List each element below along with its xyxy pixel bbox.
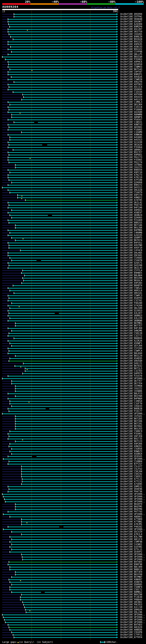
alignment-bar[interactable] bbox=[8, 177, 116, 178]
alignment-bar[interactable] bbox=[8, 29, 116, 30]
hit-label[interactable]: UniRef100_C1EIC8 bbox=[120, 106, 142, 108]
alignment-bar[interactable] bbox=[9, 34, 116, 35]
alignment-bar[interactable] bbox=[8, 526, 59, 527]
alignment-bar[interactable] bbox=[13, 39, 116, 40]
hit-label[interactable]: UniRef100_C5X685 bbox=[120, 256, 142, 259]
alignment-bar[interactable] bbox=[8, 147, 116, 148]
hit-label[interactable]: UniRef100_B9S3Z3 bbox=[120, 40, 142, 43]
hit-label[interactable]: UniRef100_Q6BKW8 bbox=[120, 319, 142, 322]
alignment-bar[interactable] bbox=[9, 436, 116, 437]
hit-label[interactable]: UniRef100_A9PA35 bbox=[120, 43, 142, 46]
alignment-bar[interactable] bbox=[22, 273, 116, 274]
alignment-bar[interactable] bbox=[8, 124, 116, 125]
alignment-bar[interactable] bbox=[9, 248, 116, 248]
hit-label[interactable]: UniRef100_B6QTM5 bbox=[120, 505, 142, 508]
hit-label[interactable]: UniRef100_Q6ZL42 bbox=[120, 201, 142, 204]
hit-label[interactable]: UniRef100_P0C953 bbox=[120, 603, 142, 606]
alignment-bar[interactable] bbox=[3, 529, 116, 530]
hit-label[interactable]: UniRef100_P25469 bbox=[120, 219, 142, 221]
hit-label[interactable]: UniRef100_Q2QS71 bbox=[120, 262, 142, 264]
alignment-bar[interactable] bbox=[15, 441, 116, 442]
alignment-bar[interactable] bbox=[8, 160, 116, 160]
alignment-bar[interactable] bbox=[8, 376, 116, 376]
alignment-bar[interactable] bbox=[22, 524, 116, 525]
alignment-bar[interactable] bbox=[10, 215, 48, 216]
hit-label[interactable]: UniRef100_C1EAM9 bbox=[120, 131, 142, 134]
alignment-bar[interactable] bbox=[4, 620, 116, 620]
alignment-bar[interactable] bbox=[9, 205, 116, 206]
hit-label[interactable]: UniRef100_Q9HGX4 bbox=[120, 608, 142, 611]
hit-label[interactable]: UniRef100_P16865 bbox=[120, 128, 142, 131]
alignment-bar[interactable] bbox=[41, 260, 116, 261]
alignment-bar[interactable] bbox=[13, 92, 116, 92]
alignment-bar[interactable] bbox=[22, 283, 116, 284]
alignment-bar[interactable] bbox=[8, 190, 116, 190]
hit-label[interactable]: UniRef100_C6TB05 bbox=[120, 164, 142, 166]
hit-label[interactable]: UniRef100_Q4N2M6 bbox=[120, 330, 142, 332]
alignment-bar[interactable] bbox=[8, 306, 116, 306]
alignment-bar[interactable] bbox=[9, 361, 116, 362]
hit-label[interactable]: UniRef100_Q2HU65 bbox=[120, 216, 142, 219]
hit-label[interactable]: UniRef100_P35065 bbox=[120, 158, 142, 161]
hit-label[interactable]: UniRef100_Q5KMT5 bbox=[120, 236, 142, 239]
hit-label[interactable]: UniRef100_A9PDD1 bbox=[120, 154, 142, 156]
hit-label[interactable]: UniRef100_P04736 bbox=[120, 490, 142, 493]
alignment-bar[interactable] bbox=[14, 122, 34, 123]
alignment-bar[interactable] bbox=[36, 456, 116, 457]
alignment-bar[interactable] bbox=[10, 537, 116, 537]
alignment-bar[interactable] bbox=[8, 624, 116, 625]
hit-label[interactable]: UniRef100_A8HWF6 bbox=[120, 116, 142, 118]
hit-label[interactable]: UniRef100_C6SWA6 bbox=[120, 390, 142, 392]
alignment-bar[interactable] bbox=[9, 627, 116, 628]
alignment-bar[interactable] bbox=[12, 114, 116, 115]
alignment-bar[interactable] bbox=[8, 230, 116, 231]
hit-label[interactable]: UniRef100_B8MNS2 bbox=[120, 591, 142, 593]
hit-label[interactable]: UniRef100_B9RF98 bbox=[120, 563, 142, 566]
alignment-bar[interactable] bbox=[8, 142, 116, 143]
alignment-bar[interactable] bbox=[9, 298, 116, 298]
alignment-bar[interactable] bbox=[3, 514, 116, 515]
alignment-bar[interactable] bbox=[9, 162, 116, 163]
hit-label[interactable]: UniRef100_A9U2Y0 bbox=[120, 81, 142, 83]
hit-label[interactable]: UniRef100_A0CD29 bbox=[120, 626, 142, 628]
hit-label[interactable]: UniRef100_B0XZ98 bbox=[120, 593, 142, 596]
alignment-bar[interactable] bbox=[8, 296, 116, 296]
hit-label[interactable]: UniRef100_UPI000.. bbox=[120, 458, 145, 460]
alignment-bar[interactable] bbox=[9, 245, 116, 246]
hit-label[interactable]: UniRef100_P40280 bbox=[120, 302, 142, 304]
alignment-bar[interactable] bbox=[22, 519, 116, 520]
hit-label[interactable]: UniRef100_C6TG01 bbox=[120, 415, 142, 418]
hit-label[interactable]: UniRef100_A9NTX3 bbox=[120, 123, 142, 126]
alignment-bar[interactable] bbox=[15, 428, 116, 429]
alignment-bar[interactable] bbox=[47, 144, 116, 145]
alignment-bar[interactable] bbox=[10, 172, 116, 173]
alignment-bar[interactable] bbox=[15, 418, 116, 419]
hit-label[interactable]: UniRef100_B6SGC4 bbox=[120, 279, 142, 282]
alignment-bar[interactable] bbox=[22, 594, 116, 595]
alignment-bar[interactable] bbox=[8, 438, 116, 439]
alignment-bar[interactable] bbox=[3, 496, 116, 497]
hit-label[interactable]: UniRef100_C5MF98 bbox=[120, 540, 142, 543]
hit-label[interactable]: UniRef100_Q43208 bbox=[120, 264, 142, 266]
hit-label[interactable]: UniRef100_Q9S994 bbox=[120, 13, 142, 15]
alignment-bar[interactable] bbox=[49, 408, 116, 409]
alignment-bar[interactable] bbox=[15, 396, 116, 396]
alignment-bar[interactable] bbox=[12, 449, 116, 449]
alignment-bar[interactable] bbox=[20, 600, 116, 600]
hit-label[interactable]: UniRef100_Q0U1A1 bbox=[120, 292, 142, 294]
alignment-bar[interactable] bbox=[8, 512, 116, 512]
alignment-bar[interactable] bbox=[8, 456, 32, 457]
hit-label[interactable]: UniRef100_B8RIG5 bbox=[120, 221, 142, 224]
alignment-bar[interactable] bbox=[9, 24, 116, 25]
hit-label[interactable]: UniRef100_B8C3R9 bbox=[120, 566, 142, 568]
alignment-bar[interactable] bbox=[8, 320, 116, 321]
hit-label[interactable]: UniRef100_C3Z772 bbox=[120, 334, 142, 337]
hit-label[interactable]: UniRef100_Q5YJR4 bbox=[120, 344, 142, 347]
hit-label[interactable]: UniRef100_B6TH74 bbox=[120, 239, 142, 242]
hit-label[interactable]: UniRef100_Q677E7 bbox=[120, 380, 142, 382]
hit-label[interactable]: UniRef100_C6SZZ5 bbox=[120, 166, 142, 168]
alignment-bar[interactable] bbox=[9, 351, 116, 351]
alignment-bar[interactable] bbox=[15, 506, 116, 507]
hit-label[interactable]: UniRef100_Q1S053 bbox=[120, 309, 142, 312]
alignment-bar[interactable] bbox=[12, 577, 116, 578]
